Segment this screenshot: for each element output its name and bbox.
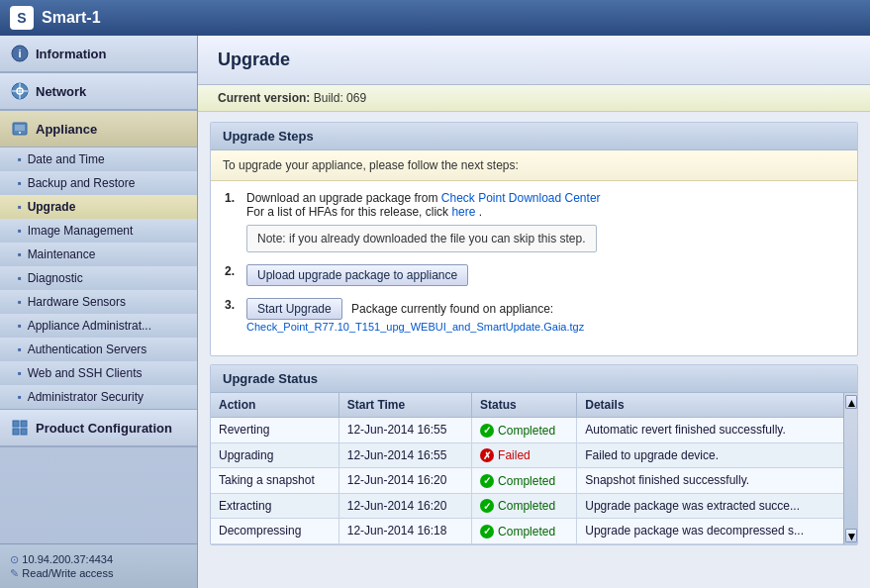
sidebar-item-network[interactable]: Network bbox=[0, 73, 197, 110]
col-start-time: Start Time bbox=[338, 393, 471, 418]
sidebar-item-hardware-sensors[interactable]: Hardware Sensors bbox=[0, 290, 197, 314]
sidebar-item-maintenance[interactable]: Maintenance bbox=[0, 243, 197, 266]
step-1-note: Note: if you already downloaded the file… bbox=[246, 225, 597, 252]
sidebar-appliance-label: Appliance bbox=[36, 122, 97, 137]
content-area: Upgrade Current version: Build: 069 Upgr… bbox=[198, 36, 870, 588]
cell-start-time: 12-Jun-2014 16:55 bbox=[338, 442, 471, 468]
download-center-link[interactable]: Check Point Download Center bbox=[441, 191, 601, 205]
svg-rect-10 bbox=[21, 421, 27, 427]
cell-status: ✓ Completed bbox=[472, 493, 577, 519]
start-upgrade-button[interactable]: Start Upgrade bbox=[246, 298, 342, 320]
sidebar-admin-security-label: Administrator Security bbox=[28, 390, 144, 404]
pencil-icon: ✎ bbox=[10, 567, 19, 579]
sidebar-item-web-ssh[interactable]: Web and SSH Clients bbox=[0, 361, 197, 385]
sidebar-item-backup-restore[interactable]: Backup and Restore bbox=[0, 171, 197, 195]
sidebar-product-config-label: Product Configuration bbox=[36, 421, 172, 436]
sidebar-item-auth-servers[interactable]: Authentication Servers bbox=[0, 338, 197, 361]
cell-action: Reverting bbox=[211, 418, 338, 443]
cell-details: Failed to upgrade device. bbox=[577, 442, 857, 468]
cell-start-time: 12-Jun-2014 16:20 bbox=[338, 468, 471, 494]
status-text: Completed bbox=[498, 499, 555, 513]
upgrade-status-title: Upgrade Status bbox=[211, 365, 857, 393]
svg-text:i: i bbox=[18, 48, 21, 59]
col-details: Details bbox=[577, 393, 857, 418]
sidebar-information-label: Information bbox=[36, 47, 107, 61]
cell-details: Automatic revert finished successfully. bbox=[577, 418, 857, 443]
svg-rect-11 bbox=[13, 429, 19, 435]
network-small-icon: ⊙ bbox=[10, 553, 19, 565]
x-icon: ✗ bbox=[480, 448, 494, 462]
access-label: Read/Write access bbox=[22, 567, 113, 579]
step-1-content: Download an upgrade package from Check P… bbox=[246, 191, 843, 252]
step-3-package-text: Package currently found on appliance: bbox=[351, 302, 553, 316]
step-2-number: 2. bbox=[225, 264, 239, 278]
step-1-row: 1. Download an upgrade package from Chec… bbox=[225, 191, 843, 252]
topbar: S Smart-1 bbox=[0, 0, 870, 36]
cell-start-time: 12-Jun-2014 16:55 bbox=[338, 418, 471, 443]
cell-action: Taking a snapshot bbox=[211, 468, 338, 494]
app-logo: S bbox=[10, 6, 34, 30]
sidebar-footer: ⊙ 10.94.200.37:4434 ✎ Read/Write access bbox=[0, 543, 197, 588]
cell-details: Upgrade package was extracted succe... bbox=[577, 493, 857, 519]
check-icon: ✓ bbox=[480, 525, 494, 539]
cell-status: ✓ Completed bbox=[472, 468, 577, 494]
appliance-icon bbox=[10, 119, 30, 139]
cell-status: ✓ Completed bbox=[472, 519, 577, 544]
cell-start-time: 12-Jun-2014 16:18 bbox=[338, 519, 471, 544]
table-row: Reverting12-Jun-2014 16:55✓ CompletedAut… bbox=[211, 418, 857, 443]
sidebar-hw-sensors-label: Hardware Sensors bbox=[28, 295, 126, 309]
status-text: Completed bbox=[498, 474, 555, 488]
check-icon: ✓ bbox=[480, 474, 494, 488]
sidebar-item-image-management[interactable]: Image Management bbox=[0, 219, 197, 243]
cell-status: ✓ Completed bbox=[472, 418, 577, 443]
sidebar-item-appliance[interactable]: Appliance bbox=[0, 111, 197, 147]
page-title: Upgrade bbox=[218, 49, 290, 69]
sidebar-nav: i Information bbox=[0, 36, 197, 543]
sidebar-item-date-time[interactable]: Date and Time bbox=[0, 147, 197, 171]
sidebar-item-information[interactable]: i Information bbox=[0, 36, 197, 72]
steps-intro: To upgrade your appliance, please follow… bbox=[211, 150, 857, 181]
cell-start-time: 12-Jun-2014 16:20 bbox=[338, 493, 471, 519]
scrollbar[interactable]: ▲ ▼ bbox=[843, 393, 857, 544]
info-icon: i bbox=[10, 44, 30, 63]
app-title: Smart-1 bbox=[42, 9, 101, 27]
svg-point-8 bbox=[19, 132, 21, 134]
scrollbar-up[interactable]: ▲ bbox=[845, 395, 857, 409]
sidebar-item-admin-security[interactable]: Administrator Security bbox=[0, 385, 197, 409]
sidebar-item-product-config[interactable]: Product Configuration bbox=[0, 410, 197, 446]
status-table-body: Reverting12-Jun-2014 16:55✓ CompletedAut… bbox=[211, 418, 857, 544]
svg-rect-9 bbox=[13, 421, 19, 427]
sidebar-item-diagnostic[interactable]: Diagnostic bbox=[0, 266, 197, 290]
step-2-row: 2. Upload upgrade package to appliance bbox=[225, 264, 843, 286]
table-row: Extracting12-Jun-2014 16:20✓ CompletedUp… bbox=[211, 493, 857, 519]
scrollbar-down[interactable]: ▼ bbox=[845, 529, 857, 542]
check-icon: ✓ bbox=[480, 499, 494, 513]
sidebar-upgrade-label: Upgrade bbox=[28, 200, 76, 214]
upload-package-button[interactable]: Upload upgrade package to appliance bbox=[246, 264, 468, 286]
step-1-line2-after: . bbox=[479, 205, 482, 219]
hfa-here-link[interactable]: here bbox=[451, 205, 475, 219]
cell-action: Extracting bbox=[211, 493, 338, 519]
table-row: Upgrading12-Jun-2014 16:55✗ FailedFailed… bbox=[211, 442, 857, 468]
cell-status: ✗ Failed bbox=[472, 442, 577, 468]
step-1-number: 1. bbox=[225, 191, 239, 205]
col-status: Status bbox=[472, 393, 577, 418]
svg-rect-7 bbox=[15, 125, 25, 131]
sidebar-maintenance-label: Maintenance bbox=[28, 247, 96, 261]
status-text: Failed bbox=[498, 448, 531, 462]
current-version-label: Current version: bbox=[218, 91, 310, 105]
sidebar-auth-servers-label: Authentication Servers bbox=[28, 343, 147, 356]
col-action: Action bbox=[211, 393, 338, 418]
status-text: Completed bbox=[498, 424, 555, 438]
sidebar-web-ssh-label: Web and SSH Clients bbox=[28, 366, 143, 380]
sidebar-item-appliance-admin[interactable]: Appliance Administrat... bbox=[0, 314, 197, 338]
sidebar-image-mgmt-label: Image Management bbox=[28, 224, 134, 238]
sidebar-item-upgrade[interactable]: Upgrade bbox=[0, 195, 197, 219]
step-1-line2-before: For a list of HFAs for this release, cli… bbox=[246, 205, 451, 219]
current-version-value: Build: 069 bbox=[314, 91, 366, 105]
package-link[interactable]: Check_Point_R77.10_T151_upg_WEBUI_and_Sm… bbox=[246, 321, 584, 333]
steps-body: 1. Download an upgrade package from Chec… bbox=[211, 181, 857, 355]
table-row: Taking a snapshot12-Jun-2014 16:20✓ Comp… bbox=[211, 468, 857, 494]
cell-details: Snapshot finished successfully. bbox=[577, 468, 857, 494]
step-3-number: 3. bbox=[225, 298, 239, 312]
